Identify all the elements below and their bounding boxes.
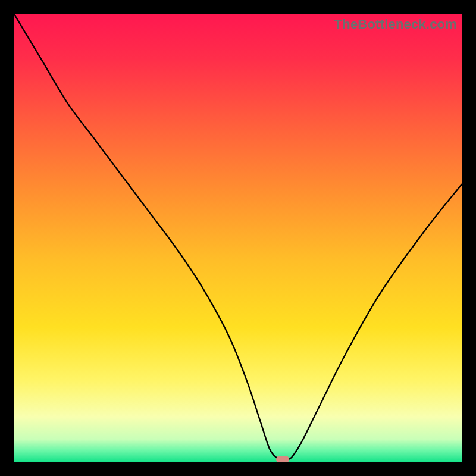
- plot-area: TheBottleneck.com: [14, 14, 462, 462]
- minimum-marker: [276, 456, 289, 462]
- bottleneck-curve: [14, 14, 462, 462]
- chart-container: TheBottleneck.com: [0, 0, 476, 476]
